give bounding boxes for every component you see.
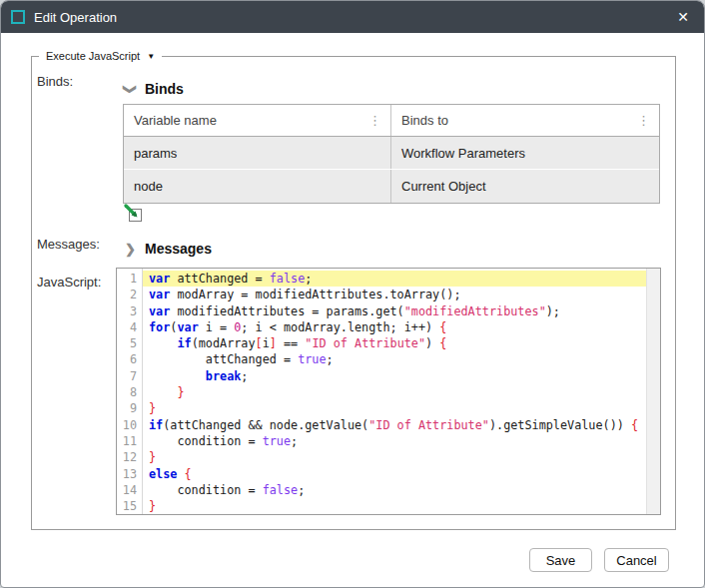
code-line[interactable]: attChanged = true;: [149, 351, 646, 367]
messages-section-title: Messages: [145, 241, 212, 257]
column-header-label: Variable name: [134, 113, 217, 128]
cancel-button[interactable]: Cancel: [604, 548, 669, 572]
line-number: 5: [117, 335, 137, 351]
column-menu-icon[interactable]: ⋮: [634, 113, 653, 128]
code-line[interactable]: var modArray = modifiedAttributes.toArra…: [149, 287, 646, 302]
line-number: 8: [117, 384, 137, 400]
window-title: Edit Operation: [34, 10, 117, 25]
binds-section-title: Binds: [145, 81, 184, 97]
column-header-binds-to[interactable]: Binds to ⋮: [390, 105, 659, 136]
javascript-code-editor[interactable]: 123456789101112131415 var attChanged = f…: [116, 268, 661, 515]
code-line[interactable]: }: [149, 400, 646, 416]
close-icon[interactable]: ✕: [670, 4, 696, 30]
column-header-label: Binds to: [401, 113, 448, 128]
column-menu-icon[interactable]: ⋮: [365, 113, 384, 128]
table-row[interactable]: paramsWorkflow Parameters: [124, 137, 659, 170]
line-number: 1: [117, 271, 137, 287]
line-number: 15: [117, 498, 137, 514]
edit-operation-dialog: Edit Operation ✕ Execute JavaScript ▼ Bi…: [0, 0, 705, 588]
code-line[interactable]: for(var i = 0; i < modArray.length; i++)…: [149, 319, 646, 335]
line-number: 12: [117, 449, 137, 465]
code-line[interactable]: }: [149, 449, 646, 465]
save-button[interactable]: Save: [529, 548, 592, 572]
table-cell[interactable]: Current Object: [390, 170, 659, 203]
operation-type-dropdown[interactable]: Execute JavaScript ▼: [39, 49, 162, 63]
code-area[interactable]: var attChanged = false;var modArray = mo…: [143, 269, 646, 514]
line-number: 9: [117, 400, 137, 416]
binds-table-header: Variable name ⋮ Binds to ⋮: [124, 105, 659, 137]
line-number: 7: [117, 368, 137, 384]
code-line[interactable]: break;: [149, 368, 646, 384]
column-header-variable-name[interactable]: Variable name ⋮: [124, 105, 390, 136]
code-line[interactable]: var attChanged = false;: [143, 271, 646, 287]
binds-section-toggle[interactable]: ❯ Binds: [125, 81, 184, 97]
code-line[interactable]: else {: [149, 466, 646, 482]
code-line[interactable]: var modifiedAttributes = params.get("mod…: [149, 303, 646, 319]
code-line[interactable]: }: [149, 384, 646, 400]
table-cell[interactable]: Workflow Parameters: [390, 137, 659, 169]
code-line[interactable]: if(attChanged && node.getValue("ID of At…: [149, 417, 646, 433]
binds-table: Variable name ⋮ Binds to ⋮ paramsWorkflo…: [123, 104, 660, 204]
line-number: 4: [117, 319, 137, 335]
code-line[interactable]: condition = true;: [149, 433, 646, 449]
export-table-icon[interactable]: [123, 203, 145, 225]
code-line[interactable]: if(modArray[i] == "ID of Attribute") {: [149, 335, 646, 351]
editor-vertical-scrollbar[interactable]: [646, 269, 660, 514]
line-number: 13: [117, 466, 137, 482]
messages-section-toggle[interactable]: ❯ Messages: [125, 241, 212, 257]
titlebar: Edit Operation ✕: [1, 1, 705, 33]
line-number: 14: [117, 482, 137, 498]
table-cell[interactable]: node: [124, 170, 390, 203]
binds-field-label: Binds:: [37, 74, 73, 89]
chevron-down-icon: ❯: [123, 84, 138, 95]
code-line[interactable]: }: [149, 498, 646, 514]
operation-type-label: Execute JavaScript: [46, 50, 140, 62]
code-line[interactable]: condition = false;: [149, 482, 646, 498]
messages-field-label: Messages:: [37, 237, 100, 252]
table-row[interactable]: nodeCurrent Object: [124, 170, 659, 203]
line-number: 10: [117, 417, 137, 433]
line-number-gutter: 123456789101112131415: [117, 269, 143, 514]
javascript-field-label: JavaScript:: [37, 275, 101, 290]
chevron-right-icon: ❯: [125, 242, 136, 257]
line-number: 3: [117, 303, 137, 319]
line-number: 6: [117, 351, 137, 367]
binds-table-body: paramsWorkflow ParametersnodeCurrent Obj…: [124, 137, 659, 203]
line-number: 11: [117, 433, 137, 449]
caret-down-icon: ▼: [147, 52, 155, 61]
line-number: 2: [117, 287, 137, 302]
table-cell[interactable]: params: [124, 137, 390, 169]
app-icon: [11, 10, 25, 24]
